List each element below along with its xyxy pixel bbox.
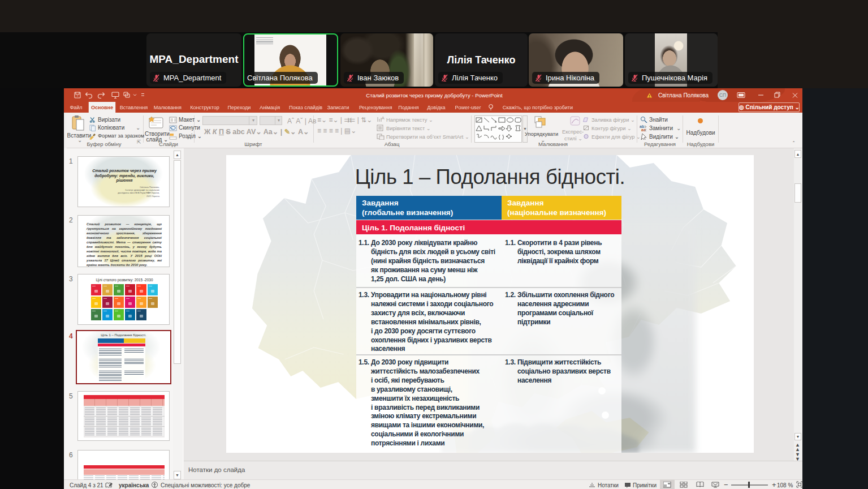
svg-text:Світлана Полякова: Світлана Полякова xyxy=(658,92,709,98)
svg-text:Сталий розвиток через призму д: Сталий розвиток через призму добробуту -… xyxy=(366,92,503,98)
svg-text:СП: СП xyxy=(719,92,726,98)
svg-text:A: A xyxy=(382,116,385,120)
